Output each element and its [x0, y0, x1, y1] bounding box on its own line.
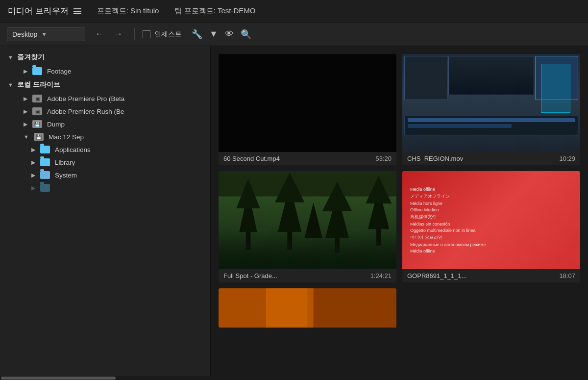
folder-icon-more: [40, 184, 50, 192]
top-bar: 미디어 브라우저 프로젝트: Sin título 팀 프로젝트: Test-D…: [0, 0, 588, 23]
media-card-3[interactable]: Media offline メディアオフライン Média hors ligne…: [402, 171, 580, 282]
sidebar-item-applications[interactable]: ▶ Applications: [0, 143, 210, 156]
premiere-label: Adobe Premiere Pro (Beta: [47, 95, 124, 102]
media-thumb-0: [219, 54, 396, 152]
footage-label: Footage: [47, 68, 72, 75]
offline-line-0: Media offline: [410, 187, 435, 192]
forward-button[interactable]: →: [110, 27, 126, 41]
media-info-1: CHS_REGION.mov 10:29: [402, 152, 580, 165]
dump-label: Dump: [47, 121, 65, 128]
toolbar-icons: 🔧 ▼ 👁 🔍: [192, 29, 251, 40]
sidebar-item-footage[interactable]: ▶ Footage: [0, 65, 210, 77]
sidebar-item-mac[interactable]: ▼ 💾 Mac 12 Sep: [0, 130, 210, 143]
svg-rect-7: [287, 232, 292, 250]
app-title: 미디어 브라우저: [8, 5, 69, 17]
media-thumb-3: Media offline メディアオフライン Média hors ligne…: [402, 171, 580, 269]
drive-icon-mac: 💾: [34, 133, 44, 141]
offline-line-2: Média hors ligne: [410, 201, 442, 206]
folder-icon-library: [40, 158, 50, 166]
more-arrow: ▶: [31, 185, 35, 191]
media-name-3: GOPR8691_1_1_1...: [407, 272, 466, 279]
media-thumb-2: [219, 171, 396, 269]
applications-label: Applications: [55, 146, 91, 153]
sidebar-scrollbar-area: [0, 376, 211, 380]
ingest-checkbox[interactable]: [143, 30, 150, 38]
svg-rect-10: [335, 238, 340, 253]
media-thumb-1: [402, 54, 580, 152]
location-value: Desktop: [12, 30, 37, 38]
media-name-2: Full Spot - Grade...: [223, 272, 277, 279]
nav-buttons: ← →: [91, 27, 126, 41]
local-drive-section[interactable]: ▼ 로컬 드라이브: [0, 77, 210, 92]
folder-icon-applications: [40, 146, 50, 153]
media-info-3: GOPR8691_1_1_1... 18:07: [402, 269, 580, 282]
ingest-area[interactable]: 인제스트: [143, 30, 182, 39]
media-name-1: CHS_REGION.mov: [407, 155, 463, 162]
premiere-arrow: ▶: [24, 96, 27, 102]
chevron-down-icon: ▼: [41, 31, 47, 38]
eye-icon[interactable]: 👁: [225, 29, 234, 39]
system-arrow: ▶: [31, 172, 35, 178]
offline-line-7: 미디어 오프라인: [410, 234, 442, 241]
svg-rect-15: [219, 244, 396, 269]
favorites-label: 즐겨찾기: [17, 53, 45, 62]
drive-icon-rush: ▣: [32, 107, 42, 115]
media-card-0[interactable]: 60 Second Cut.mp4 53:20: [219, 54, 396, 165]
media-thumb-4: [219, 288, 396, 328]
location-dropdown[interactable]: Desktop ▼: [7, 27, 85, 41]
sidebar-item-dump[interactable]: ▶ 💾 Dump: [0, 118, 210, 130]
main-content: ▼ 즐겨찾기 ▶ Footage ▼ 로컬 드라이브 ▶ ▣ Adobe Pre…: [0, 46, 588, 380]
prem-panel-left: [404, 56, 447, 100]
toolbar: Desktop ▼ ← → 인제스트 🔧 ▼ 👁 🔍: [0, 23, 588, 46]
offline-line-6: Oggetto multimediale non in linea: [410, 228, 476, 233]
favorites-arrow: ▼: [8, 54, 13, 60]
media-info-0: 60 Second Cut.mp4 53:20: [219, 152, 396, 165]
search-icon[interactable]: 🔍: [241, 29, 251, 40]
prem-panel-timeline: [404, 116, 578, 135]
system-label: System: [55, 172, 77, 179]
footage-arrow: ▶: [24, 68, 27, 75]
sidebar-item-more[interactable]: ▶: [0, 181, 210, 194]
media-card-2[interactable]: Full Spot - Grade... 1:24:21: [219, 171, 396, 282]
team-label: 팀 프로젝트: Test-DEMO: [174, 6, 255, 16]
prem-panel-center: [448, 56, 535, 95]
orange-thumb-svg: [219, 288, 396, 328]
ingest-label: 인제스트: [154, 30, 182, 39]
media-duration-0: 53:20: [375, 155, 392, 162]
offline-line-1: メディアオフライン: [410, 193, 450, 200]
offline-line-3: Offline-Medien: [410, 207, 439, 212]
premiere-highlight: [541, 64, 570, 113]
sidebar-item-premiere[interactable]: ▶ ▣ Adobe Premiere Pro (Beta: [0, 92, 210, 105]
back-button[interactable]: ←: [91, 27, 108, 41]
wrench-icon[interactable]: 🔧: [192, 29, 202, 40]
folder-icon: [32, 67, 42, 75]
folder-icon-system: [40, 171, 50, 179]
favorites-section[interactable]: ▼ 즐겨찾기: [0, 50, 210, 65]
media-duration-3: 18:07: [559, 272, 575, 279]
drive-icon-premiere: ▣: [32, 95, 42, 102]
drive-icon-dump: 💾: [32, 120, 42, 128]
offline-line-4: 离机媒体文件: [410, 214, 437, 220]
svg-rect-13: [376, 229, 381, 246]
rush-arrow: ▶: [24, 108, 27, 115]
media-duration-1: 10:29: [559, 155, 575, 162]
offline-line-9: Média offline: [410, 249, 435, 253]
applications-arrow: ▶: [31, 147, 35, 153]
svg-rect-4: [246, 232, 251, 250]
sidebar-item-system[interactable]: ▶ System: [0, 169, 210, 181]
sidebar-item-rush[interactable]: ▶ ▣ Adobe Premiere Rush (Be: [0, 105, 210, 118]
library-label: Library: [55, 159, 75, 166]
sidebar-scrollbar[interactable]: [0, 376, 211, 380]
forest-svg: [219, 171, 396, 269]
media-duration-2: 1:24:21: [370, 272, 392, 279]
media-grid: 60 Second Cut.mp4 53:20: [211, 46, 588, 380]
media-info-2: Full Spot - Grade... 1:24:21: [219, 269, 396, 282]
offline-line-8: Медиаданные в автономном режиме: [410, 242, 486, 247]
menu-icon[interactable]: [74, 8, 81, 14]
sidebar-item-library[interactable]: ▶ Library: [0, 156, 210, 169]
filter-icon[interactable]: ▼: [209, 29, 218, 39]
media-card-4[interactable]: [219, 288, 396, 328]
mac-arrow: ▼: [24, 134, 29, 140]
media-card-1[interactable]: CHS_REGION.mov 10:29: [402, 54, 580, 165]
separator: [134, 28, 135, 40]
